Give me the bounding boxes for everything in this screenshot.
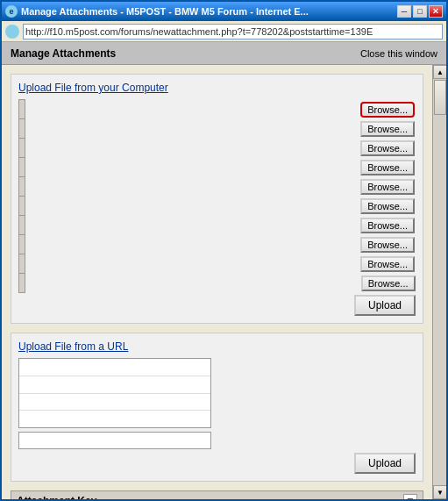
file-input-4[interactable] — [19, 158, 25, 177]
file-input-2[interactable] — [19, 119, 25, 139]
browse-btn-cell-4: Browse... — [25, 158, 415, 177]
file-input-1[interactable] — [19, 100, 25, 119]
browse-btn-cell-7: Browse... — [25, 216, 415, 235]
upload-url-section: Upload File from a URL Upload — [11, 333, 423, 482]
table-row: Browse... — [19, 139, 416, 158]
window-frame: e Manage Attachments - M5POST - BMW M5 F… — [0, 0, 448, 501]
url-upload-row: Upload — [18, 453, 416, 474]
manage-attachments-header: Manage Attachments Close this window — [2, 42, 446, 65]
table-row: Browse... — [19, 235, 416, 254]
scroll-up-arrow[interactable]: ▲ — [433, 65, 446, 79]
browse-btn-cell-2: Browse... — [25, 119, 415, 139]
browse-button-7[interactable]: Browse... — [360, 218, 415, 233]
close-window-link[interactable]: Close this window — [360, 48, 437, 59]
browse-button-9[interactable]: Browse... — [360, 256, 415, 272]
file-input-5[interactable] — [19, 177, 25, 197]
content-area: Upload File from your Computer Browse... — [2, 65, 446, 499]
upload-url-button[interactable]: Upload — [354, 453, 416, 474]
address-bar — [2, 21, 446, 42]
manage-title: Manage Attachments — [11, 47, 116, 60]
url-textarea[interactable] — [18, 358, 211, 428]
expand-icon[interactable]: ⊞ — [403, 494, 417, 499]
file-input-9[interactable] — [19, 254, 25, 274]
attachment-key-section: Attachment Key ⊞ Filetype Max Filesize M… — [11, 490, 423, 499]
browser-icon: e — [5, 5, 18, 18]
browse-button-1[interactable]: Browse... — [360, 102, 415, 118]
table-row: Browse... — [19, 100, 416, 119]
browse-btn-cell-6: Browse... — [25, 197, 415, 216]
table-row: Browse... — [19, 274, 416, 293]
upload-btn-row: Upload — [18, 295, 416, 316]
browse-btn-cell-10: Browse... — [25, 274, 415, 293]
file-input-6[interactable] — [19, 197, 25, 216]
upload-computer-section: Upload File from your Computer Browse... — [11, 74, 423, 324]
file-input-3[interactable] — [19, 139, 25, 158]
upload-url-title: Upload File from a URL — [18, 340, 416, 353]
file-input-8[interactable] — [19, 235, 25, 254]
scroll-down-arrow[interactable]: ▼ — [433, 485, 446, 499]
browse-btn-cell-9: Browse... — [25, 254, 415, 274]
file-input-10[interactable] — [19, 274, 25, 293]
browse-btn-cell-3: Browse... — [25, 139, 415, 158]
url-input[interactable] — [18, 432, 211, 449]
browse-button-8[interactable]: Browse... — [360, 237, 415, 253]
table-row: Browse... — [19, 158, 416, 177]
address-input[interactable] — [23, 24, 443, 39]
table-row: Browse... — [19, 216, 416, 235]
browser-logo-icon — [5, 25, 19, 39]
browse-button-2[interactable]: Browse... — [360, 121, 415, 137]
table-row: Browse... — [19, 177, 416, 197]
browse-btn-cell-5: Browse... — [25, 177, 415, 197]
browse-button-10[interactable]: Browse... — [361, 276, 416, 291]
browse-btn-cell-1: Browse... — [25, 100, 415, 119]
title-bar: e Manage Attachments - M5POST - BMW M5 F… — [2, 2, 446, 21]
scroll-thumb[interactable] — [434, 80, 446, 115]
attachment-key-title: Attachment Key — [17, 495, 96, 499]
scroll-track — [433, 79, 446, 485]
browse-button-4[interactable]: Browse... — [360, 160, 415, 175]
upload-computer-button[interactable]: Upload — [354, 295, 416, 316]
attachment-key-bar: Attachment Key ⊞ — [11, 490, 423, 499]
window-close-button[interactable]: ✕ — [429, 5, 443, 18]
scrollbar[interactable]: ▲ ▼ — [432, 65, 446, 499]
title-bar-controls: ─ □ ✕ — [397, 5, 443, 18]
browse-button-6[interactable]: Browse... — [360, 198, 415, 214]
title-bar-left: e Manage Attachments - M5POST - BMW M5 F… — [5, 5, 309, 18]
upload-computer-title: Upload File from your Computer — [18, 82, 416, 94]
window-title: Manage Attachments - M5POST - BMW M5 For… — [21, 6, 309, 17]
table-row: Browse... — [19, 119, 416, 139]
browse-button-5[interactable]: Browse... — [360, 179, 415, 195]
minimize-button[interactable]: ─ — [397, 5, 411, 18]
browse-table: Browse... Browse... Browse — [18, 99, 416, 293]
browse-btn-cell-8: Browse... — [25, 235, 415, 254]
file-input-7[interactable] — [19, 216, 25, 235]
table-row: Browse... — [19, 254, 416, 274]
table-row: Browse... — [19, 197, 416, 216]
browse-button-3[interactable]: Browse... — [360, 140, 415, 156]
main-scroll-area: Upload File from your Computer Browse... — [2, 65, 432, 499]
maximize-button[interactable]: □ — [413, 5, 427, 18]
